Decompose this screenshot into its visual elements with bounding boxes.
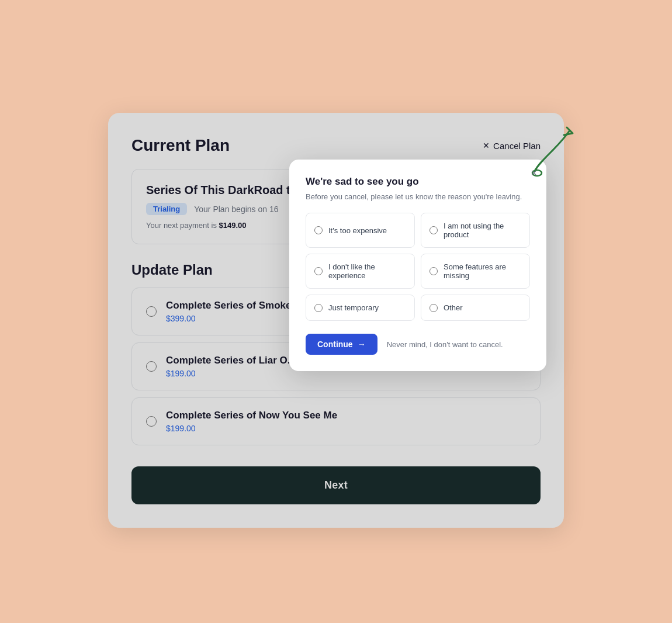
reason-not-using-label: I am not using the product <box>444 221 521 239</box>
modal-close-button[interactable]: × <box>531 168 537 178</box>
reason-other[interactable]: Other <box>421 295 530 321</box>
reason-dont-like[interactable]: I don't like the experience <box>306 254 415 289</box>
reason-too-expensive-label: It's too expensive <box>328 226 387 235</box>
modal-subtitle: Before you cancel, please let us know th… <box>306 192 530 201</box>
reason-other-label: Other <box>444 303 463 312</box>
reason-dont-like-label: I don't like the experience <box>328 262 406 280</box>
modal-actions: Continue → Never mind, I don't want to c… <box>306 334 530 355</box>
continue-button[interactable]: Continue → <box>306 334 377 355</box>
reason-temporary-label: Just temporary <box>328 303 379 312</box>
arrow-icon: → <box>358 340 366 349</box>
reasons-grid: It's too expensive I am not using the pr… <box>306 213 530 321</box>
nevermind-button[interactable]: Never mind, I don't want to cancel. <box>387 340 503 349</box>
reason-too-expensive[interactable]: It's too expensive <box>306 213 415 248</box>
cancel-reason-modal: × We're sad to see you go Before you can… <box>289 160 546 371</box>
reason-radio-other[interactable] <box>429 304 438 312</box>
reason-radio-temporary[interactable] <box>314 304 323 312</box>
modal-title: We're sad to see you go <box>306 176 530 188</box>
reason-temporary[interactable]: Just temporary <box>306 295 415 321</box>
reason-radio-not-using[interactable] <box>429 226 438 234</box>
reason-not-using[interactable]: I am not using the product <box>421 213 530 248</box>
reason-radio-missing-features[interactable] <box>429 267 438 275</box>
reason-missing-features[interactable]: Some features are missing <box>421 254 530 289</box>
modal-overlay: × We're sad to see you go Before you can… <box>108 113 564 528</box>
main-card: Current Plan ✕ Cancel Plan Series Of Thi… <box>108 113 564 528</box>
continue-button-label: Continue <box>317 340 353 349</box>
reason-missing-features-label: Some features are missing <box>444 262 521 280</box>
reason-radio-dont-like[interactable] <box>314 267 323 275</box>
reason-radio-too-expensive[interactable] <box>314 226 323 234</box>
